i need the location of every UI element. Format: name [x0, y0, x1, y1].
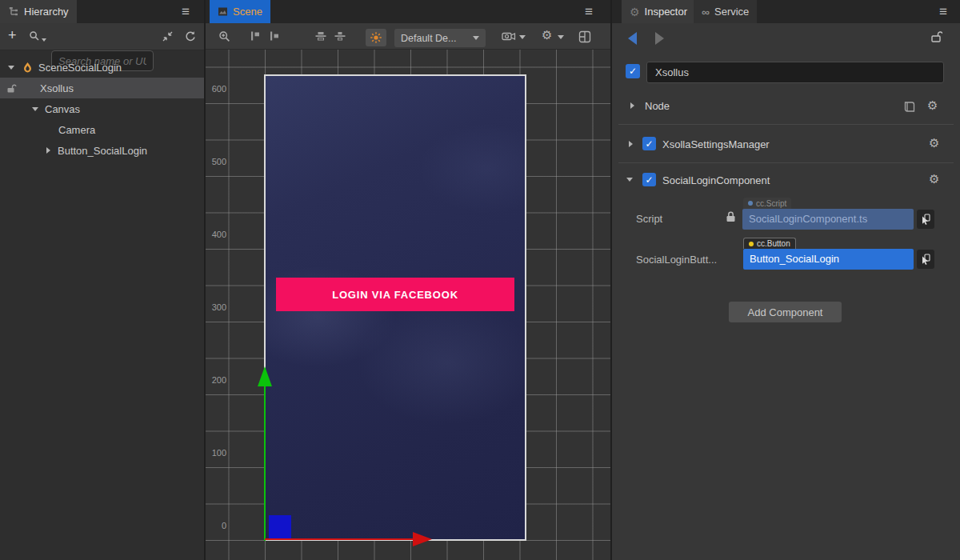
y-axis-arrow-icon[interactable]: [258, 366, 272, 386]
layout-grid-icon[interactable]: [578, 30, 591, 43]
script-type-dot-icon: [748, 201, 753, 206]
settings-enabled-checkbox[interactable]: ✓: [642, 137, 656, 150]
ruler-label-500: 500: [207, 157, 226, 166]
tab-hierarchy[interactable]: Hierarchy: [0, 0, 77, 23]
scene-tab-label: Scene: [233, 6, 262, 18]
x-axis-arrow-icon[interactable]: [413, 532, 432, 546]
social-section-label: SocialLoginComponent: [662, 174, 770, 186]
hierarchy-tabbar: Hierarchy ≡: [0, 0, 204, 23]
tree-label-scene-root: SceneSocialLogin: [38, 62, 122, 74]
distribute-vertical-icon[interactable]: [334, 30, 346, 42]
tree-label-canvas: Canvas: [45, 103, 80, 115]
hierarchy-tree: SceneSocialLogin Xsollus Canvas Camera B…: [0, 50, 204, 560]
social-enabled-checkbox[interactable]: ✓: [642, 173, 656, 186]
inspector-menu-icon[interactable]: ≡: [939, 5, 947, 18]
tree-row-scene-root[interactable]: SceneSocialLogin: [0, 57, 204, 78]
design-canvas[interactable]: LOGIN VIA FACEBOOK: [264, 74, 526, 541]
collapse-all-icon[interactable]: [162, 30, 174, 42]
login-facebook-label: LOGIN VIA FACEBOOK: [332, 289, 458, 301]
hierarchy-menu-icon[interactable]: ≡: [182, 5, 190, 18]
tab-service[interactable]: ∞ Service: [694, 0, 757, 23]
node-active-checkbox[interactable]: ✓: [626, 64, 640, 78]
script-asset-field[interactable]: SocialLoginComponent.ts: [742, 209, 914, 230]
tree-row-camera[interactable]: Camera: [0, 119, 204, 140]
picker-cursor-icon: [921, 214, 930, 225]
prefab-book-icon[interactable]: [902, 101, 916, 113]
refresh-icon[interactable]: [184, 30, 196, 42]
align-top-icon[interactable]: [250, 30, 262, 42]
scene-menu-icon[interactable]: ≡: [585, 5, 593, 18]
settings-expand-arrow-icon[interactable]: [629, 141, 633, 147]
section-divider: [618, 124, 954, 125]
expand-arrow-icon[interactable]: [32, 107, 38, 111]
tree-label-button-sociallogin: Button_SocialLogin: [58, 145, 147, 157]
button-type-tag-label: cc.Button: [757, 239, 790, 248]
distribute-horizontal-icon[interactable]: [314, 30, 327, 42]
ruler-label-200: 200: [207, 375, 226, 385]
y-axis-line[interactable]: [264, 386, 266, 541]
tree-row-canvas[interactable]: Canvas: [0, 98, 204, 119]
social-button-prop-label: SocialLoginButt...: [636, 254, 717, 266]
add-component-button[interactable]: Add Component: [729, 302, 842, 322]
ruler-label-0: 0: [207, 521, 226, 530]
button-type-tag: cc.Button: [743, 238, 796, 249]
search-icon: [29, 30, 40, 42]
scene-viewport[interactable]: 600 500 400 300 200 100 0 LOGIN VIA FACE…: [206, 50, 610, 560]
ruler-label-400: 400: [207, 230, 226, 239]
chevron-down-icon[interactable]: [519, 35, 526, 39]
zoom-tool-icon[interactable]: [218, 30, 231, 43]
hierarchy-tab-label: Hierarchy: [24, 6, 69, 18]
script-picker-button[interactable]: [917, 210, 934, 229]
chevron-down-icon: [42, 38, 46, 42]
script-type-tag-label: cc.Script: [756, 199, 786, 208]
sun-icon: [370, 31, 382, 44]
inspector-tabbar: ⚙ Inspector ∞ Service ≡: [612, 0, 960, 23]
scene-tabbar: Scene ≡: [206, 0, 610, 23]
create-node-button[interactable]: +: [8, 27, 17, 44]
x-axis-line[interactable]: [265, 538, 414, 540]
ruler-label-600: 600: [207, 84, 226, 94]
social-gear-icon[interactable]: ⚙: [929, 173, 939, 185]
device-preset-dropdown[interactable]: Default De...: [394, 29, 486, 47]
check-icon: ✓: [645, 174, 653, 186]
scene-asset-icon: [22, 62, 33, 74]
tab-inspector[interactable]: ⚙ Inspector: [622, 0, 695, 23]
button-ref-field[interactable]: Button_SocialLogin: [743, 249, 914, 270]
inspector-unlock-icon[interactable]: [930, 30, 942, 43]
history-forward-button[interactable]: [655, 32, 664, 45]
button-picker-button[interactable]: [917, 250, 934, 269]
align-left-icon[interactable]: [269, 30, 281, 42]
ruler-label-300: 300: [207, 302, 226, 312]
expand-arrow-icon[interactable]: [8, 66, 14, 70]
unlock-icon[interactable]: [6, 83, 17, 94]
inspector-gear-icon: ⚙: [630, 6, 640, 18]
tree-row-xsollus[interactable]: Xsollus: [0, 78, 204, 98]
scene-settings-gear-icon[interactable]: ⚙: [542, 29, 552, 41]
collapsed-arrow-icon[interactable]: [46, 147, 50, 154]
service-tab-label: Service: [714, 6, 749, 18]
script-type-tag: cc.Script: [743, 198, 791, 209]
social-collapse-arrow-icon[interactable]: [626, 178, 633, 182]
hierarchy-tree-icon: [8, 6, 19, 18]
settings-gear-icon[interactable]: ⚙: [929, 137, 939, 149]
node-gear-icon[interactable]: ⚙: [927, 99, 938, 111]
inspector-tab-label: Inspector: [645, 6, 687, 18]
device-preset-value: Default De...: [401, 33, 456, 44]
chevron-down-icon: [473, 36, 479, 40]
button-ref-value: Button_SocialLogin: [750, 253, 839, 265]
scene-toolbar: Default De... ⚙: [206, 23, 610, 50]
node-expand-arrow-icon[interactable]: [630, 102, 634, 109]
script-asset-value: SocialLoginComponent.ts: [749, 213, 867, 225]
chevron-down-icon[interactable]: [558, 35, 564, 39]
tab-scene[interactable]: Scene: [210, 0, 270, 23]
tree-row-button-sociallogin[interactable]: Button_SocialLogin: [0, 140, 204, 161]
history-back-button[interactable]: [628, 32, 637, 45]
node-name-input[interactable]: [646, 62, 944, 83]
script-prop-label: Script: [636, 213, 662, 225]
camera-tool-icon[interactable]: [502, 30, 516, 42]
inspector-panel: ⚙ Inspector ∞ Service ≡ ✓ Node ⚙ ✓ Xsoll…: [612, 0, 960, 560]
check-icon: ✓: [645, 138, 653, 150]
gizmo-light-toggle[interactable]: [366, 29, 386, 46]
search-type-button[interactable]: [29, 30, 46, 42]
login-facebook-button[interactable]: LOGIN VIA FACEBOOK: [276, 278, 514, 311]
